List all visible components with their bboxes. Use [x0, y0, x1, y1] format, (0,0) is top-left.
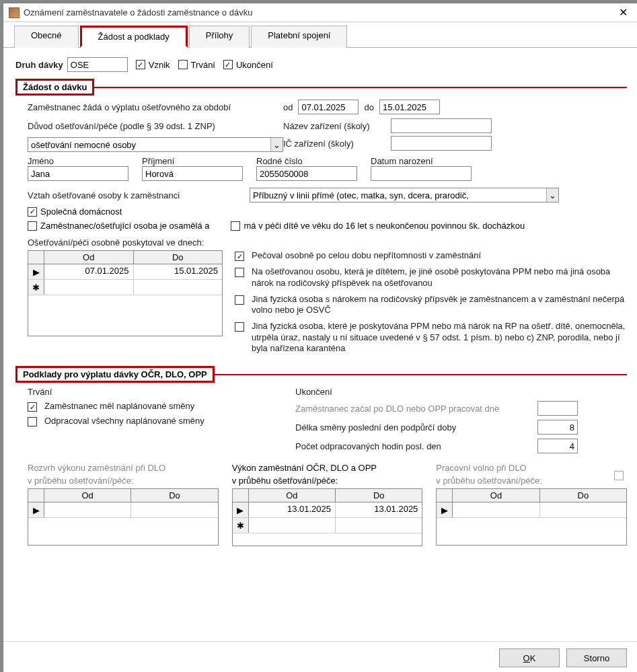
grid-od-cell[interactable]: 07.01.2025: [44, 264, 134, 279]
volno-dlo-label1: Pracovní volno při DLO: [436, 463, 614, 473]
grid-selector-header: [28, 251, 44, 264]
asterisk-icon: ✱: [28, 280, 44, 295]
table-row[interactable]: ▶: [28, 502, 218, 518]
rozvrh-dlo-label2: v průběhu ošetřování/péče:: [28, 476, 219, 486]
grid-od-header: Od: [44, 489, 131, 502]
od-input[interactable]: [298, 100, 359, 114]
osetrovani-grid[interactable]: Od Do ▶ 07.01.2025 15.01.2025 ✱: [28, 250, 223, 336]
ppm-checkbox[interactable]: Na ošetřovanou osobu, která je dítětem, …: [235, 266, 627, 289]
vykon-ocr-grid[interactable]: Od Do ▶ 13.01.2025 13.01.2025 ✱: [232, 488, 423, 546]
check-icon: ✓: [28, 402, 37, 412]
checkbox-empty-icon: [28, 221, 37, 231]
close-button[interactable]: ✕: [612, 6, 634, 19]
grid-do-header: Do: [540, 489, 626, 502]
grid-do-header: Do: [131, 489, 217, 502]
prijmeni-label: Příjmení: [142, 156, 256, 166]
grid-od-cell[interactable]: 13.01.2025: [249, 502, 336, 517]
table-row-new[interactable]: ✱: [233, 518, 422, 533]
spolecna-domacnost-checkbox[interactable]: ✓Společná domácnost: [28, 207, 122, 217]
vykon-ocr-label1: Výkon zaměstnání OČR, DLO a OPP: [232, 463, 423, 473]
delka-smeny-input[interactable]: [537, 420, 578, 435]
section-line: [93, 87, 627, 88]
osobne-poskytoval-label: Ošetřování/péči osobně poskytoval ve dne…: [28, 237, 204, 248]
rc-label: Rodné číslo: [256, 156, 371, 166]
pecoval-osobne-label: Pečoval osobně po celou dobu nepřítomnos…: [252, 250, 481, 261]
zacal-dlo-input: [537, 401, 578, 416]
tab-prilohy[interactable]: Přílohy: [189, 26, 250, 48]
chevron-down-icon[interactable]: ⌄: [270, 138, 283, 151]
vznik-label: Vznik: [149, 60, 170, 70]
tab-zadost-podklady[interactable]: Žádost a podklady: [80, 26, 188, 48]
spolecna-domacnost-label: Společná domácnost: [40, 207, 122, 217]
grid-od-header: Od: [249, 489, 336, 502]
nazev-zarizeni-label: Název zařízení (školy): [283, 121, 391, 131]
checkbox-empty-icon: [235, 268, 244, 277]
volno-dlo-grid[interactable]: Od Do ▶: [436, 488, 627, 546]
tab-obecne[interactable]: Obecné: [14, 26, 79, 48]
table-row[interactable]: ▶: [437, 502, 626, 518]
jina-osoba-rp-checkbox[interactable]: Jiná fyzická osoba s nárokem na rodičovs…: [235, 294, 627, 316]
pecoval-osobne-checkbox[interactable]: ✓Pečoval osobně po celou dobu nepřítomno…: [235, 250, 627, 261]
delka-smeny-label: Délka směny poslední den podpůrčí doby: [295, 422, 537, 433]
odpracoval-checkbox[interactable]: Odpracoval všechny naplánované směny: [28, 416, 283, 426]
ukonceni-heading: Ukončení: [295, 387, 627, 397]
storno-button[interactable]: Storno: [566, 648, 627, 667]
ok-button[interactable]: OK: [499, 648, 560, 667]
ic-zarizeni-label: IČ zařízení (školy): [283, 139, 391, 149]
grid-do-header: Do: [134, 251, 223, 264]
volno-dlo-checkbox[interactable]: [614, 471, 624, 480]
checkbox-empty-icon: [28, 417, 37, 426]
grid-od-header: Od: [44, 251, 134, 264]
grid-do-cell[interactable]: 15.01.2025: [134, 264, 223, 279]
duvod-label: Důvod ošetřování/péče (podle § 39 odst. …: [28, 121, 283, 131]
jmeno-input[interactable]: [28, 166, 128, 181]
tab-strip: Obecné Žádost a podklady Přílohy Platebn…: [3, 22, 637, 48]
check-icon: ✓: [235, 252, 244, 261]
tab-platebni-spojeni[interactable]: Platební spojení: [251, 26, 347, 48]
rozvrh-dlo-grid[interactable]: Od Do ▶: [28, 488, 219, 546]
duvod-value: ošetřování nemocné osoby: [28, 140, 270, 150]
ic-zarizeni-input[interactable]: [391, 136, 492, 151]
checkbox-empty-icon: [231, 221, 240, 231]
osamela-label: Zaměstnanec/ošetřující osoba je osamělá …: [40, 221, 209, 231]
rc-input[interactable]: [256, 166, 357, 181]
section-podklady-header: Podklady pro výplatu dávky OČR, DLO, OPP: [15, 366, 627, 383]
section-line: [213, 374, 627, 375]
osamela-checkbox[interactable]: Zaměstnanec/ošetřující osoba je osamělá …: [28, 221, 209, 231]
odpracoval-label: Odpracoval všechny naplánované směny: [44, 416, 204, 426]
datum-narozeni-input[interactable]: [371, 166, 472, 181]
dite16-checkbox[interactable]: má v péči dítě ve věku do 16 let s neuko…: [231, 221, 525, 231]
nazev-zarizeni-input[interactable]: [391, 118, 492, 133]
vznik-checkbox[interactable]: ✓Vznik: [136, 60, 170, 70]
grid-do-cell[interactable]: 13.01.2025: [336, 502, 422, 517]
do-label: do: [364, 102, 373, 112]
pocet-hodin-input[interactable]: [537, 439, 578, 453]
arrow-right-icon: ▶: [233, 502, 249, 517]
vykon-ocr-label2: v průběhu ošetřování/péče:: [232, 476, 423, 486]
planovane-smeny-label: Zaměstnanec měl naplánované směny: [44, 401, 194, 412]
datum-narozeni-label: Datum narození: [371, 156, 485, 166]
grid-do-header: Do: [336, 489, 422, 502]
table-row[interactable]: ▶ 07.01.2025 15.01.2025: [28, 264, 222, 280]
trvani-checkbox[interactable]: Trvání: [178, 60, 215, 70]
rozvrh-dlo-label1: Rozvrh výkonu zaměstnání při DLO: [28, 463, 219, 473]
ukonceni-label: Ukončení: [236, 60, 273, 70]
prijmeni-input[interactable]: [142, 166, 243, 181]
do-input[interactable]: [379, 100, 440, 114]
druh-davky-label: Druh dávky: [15, 60, 63, 70]
dialog-window: { "window": { "title": "Oznámení zaměstn…: [3, 3, 637, 672]
jmeno-label: Jméno: [28, 156, 142, 166]
chevron-down-icon[interactable]: ⌄: [546, 188, 558, 202]
table-row[interactable]: ▶ 13.01.2025 13.01.2025: [233, 502, 422, 518]
vztah-select[interactable]: Příbuzný v linii přímé (otec, matka, syn…: [250, 188, 559, 202]
dite16-label: má v péči dítě ve věku do 16 let s neuko…: [243, 221, 525, 231]
volno-dlo-label2: v průběhu ošetřování/péče:: [436, 476, 614, 486]
table-row-new[interactable]: ✱: [28, 280, 222, 295]
vztah-label: Vztah ošetřované osoby k zaměstnanci: [28, 190, 250, 200]
app-icon: [9, 7, 20, 18]
jina-osoba-ppm-checkbox[interactable]: Jiná fyzická osoba, které je poskytována…: [235, 321, 627, 354]
ukonceni-checkbox[interactable]: ✓Ukončení: [223, 60, 273, 70]
druh-davky-input[interactable]: [67, 57, 128, 72]
planovane-smeny-checkbox[interactable]: ✓Zaměstnanec měl naplánované směny: [28, 401, 283, 412]
duvod-select[interactable]: ošetřování nemocné osoby ⌄: [28, 137, 283, 152]
